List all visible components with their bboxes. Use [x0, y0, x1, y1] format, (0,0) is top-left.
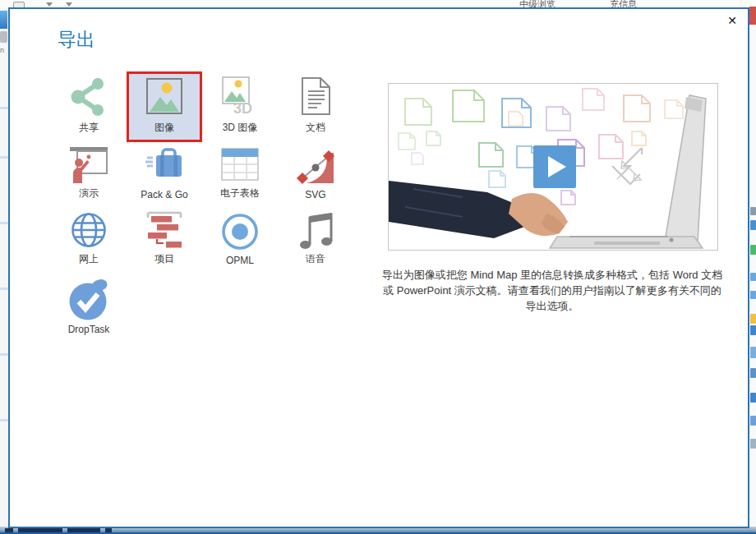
background-text-fragment: n [0, 46, 4, 54]
play-button [533, 145, 576, 188]
circle-dot-icon [205, 210, 275, 252]
export-option-opml[interactable]: OPML [202, 208, 278, 274]
export-option-label: SVG [305, 189, 325, 200]
export-option-label: 3D 图像 [223, 121, 258, 135]
export-dialog: ✕ 导出 共享 图像 [8, 7, 749, 528]
background-icon [0, 11, 7, 29]
export-options-grid: 共享 图像 3D 3D 图像 [51, 71, 353, 343]
export-option-label: 项目 [154, 252, 174, 266]
document-icon [280, 74, 351, 118]
export-option-3d-image[interactable]: 3D 3D 图像 [202, 71, 278, 142]
export-option-document[interactable]: 文档 [278, 71, 353, 142]
export-option-image[interactable]: 图像 [127, 71, 202, 142]
background-sidebar-sliver [749, 8, 756, 527]
chevron-down-icon [66, 2, 72, 7]
export-option-label: 语音 [306, 252, 325, 266]
export-option-label: OPML [226, 255, 254, 266]
droptask-icon [53, 276, 124, 321]
export-option-droptask[interactable]: DropTask [51, 274, 127, 343]
suitcase-icon [129, 145, 200, 186]
globe-icon [53, 210, 124, 250]
export-option-label: 文档 [306, 121, 325, 135]
export-option-audio[interactable]: 语音 [278, 208, 353, 274]
export-option-label: Pack & Go [141, 189, 187, 200]
vector-curve-icon [280, 145, 351, 186]
image-3d-icon: 3D [205, 74, 275, 118]
dialog-title: 导出 [58, 27, 95, 53]
export-option-pack-and-go[interactable]: Pack & Go [127, 142, 202, 208]
spreadsheet-icon [205, 145, 275, 184]
presentation-icon [53, 145, 124, 184]
share-icon [53, 74, 124, 118]
export-option-label: DropTask [68, 324, 110, 335]
export-option-label: 共享 [79, 121, 99, 135]
svg-text:3D: 3D [233, 100, 252, 117]
export-option-label: 演示 [79, 186, 99, 200]
export-option-project[interactable]: 项目 [127, 208, 202, 274]
music-note-icon [280, 210, 351, 250]
gantt-icon [129, 210, 200, 250]
export-option-presentation[interactable]: 演示 [51, 142, 127, 208]
image-icon [129, 74, 200, 118]
export-option-web[interactable]: 网上 [51, 208, 127, 274]
export-description: 导出为图像或把您 Mind Map 里的信息转换成多种格式，包括 Word 文档… [381, 267, 723, 314]
export-option-svg[interactable]: SVG [278, 142, 353, 208]
background-left-sliver: n [0, 8, 8, 527]
background-icon [0, 31, 7, 43]
chevron-down-icon [46, 2, 53, 7]
export-option-spreadsheet[interactable]: 电子表格 [202, 142, 278, 208]
export-option-label: 网上 [79, 252, 99, 266]
close-icon[interactable]: ✕ [727, 15, 737, 26]
export-video-thumbnail[interactable] [388, 83, 718, 251]
background-notification-badge [749, 7, 756, 25]
export-option-share[interactable]: 共享 [51, 71, 127, 142]
export-option-label: 图像 [154, 121, 174, 135]
export-option-label: 电子表格 [220, 186, 260, 200]
